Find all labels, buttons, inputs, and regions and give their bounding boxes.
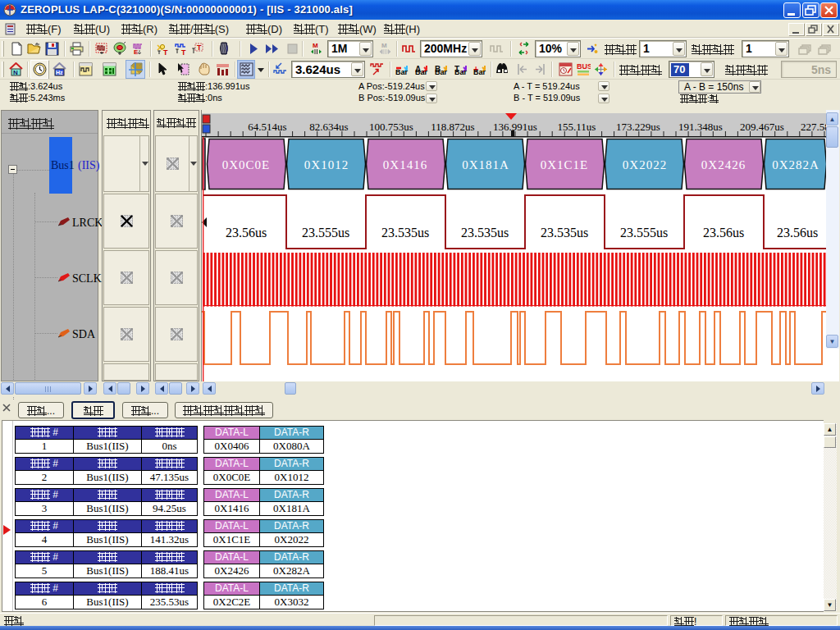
svg-text:100.753us: 100.753us: [369, 121, 413, 133]
svg-text:0X1416: 0X1416: [383, 158, 427, 171]
svg-text:BUS: BUS: [577, 62, 591, 71]
svg-text:82.634us: 82.634us: [309, 121, 348, 133]
svg-text:T: T: [181, 48, 186, 56]
svg-text:118.872us: 118.872us: [431, 121, 474, 133]
svg-text:173.229us: 173.229us: [616, 121, 660, 133]
svg-text:23.56us: 23.56us: [703, 226, 744, 240]
svg-text:Hz: Hz: [56, 70, 63, 75]
svg-text:23.555us: 23.555us: [620, 226, 668, 240]
svg-text:23.56us: 23.56us: [777, 226, 818, 240]
svg-text:0X181A: 0X181A: [462, 158, 509, 171]
svg-text:M: M: [381, 42, 387, 49]
svg-text:E: E: [134, 48, 139, 56]
svg-text:23.56us: 23.56us: [226, 226, 267, 240]
svg-text:23.535us: 23.535us: [381, 226, 429, 240]
svg-text:136.991us: 136.991us: [493, 121, 537, 133]
svg-text:23.535us: 23.535us: [541, 226, 588, 240]
svg-text:23.535us: 23.535us: [461, 226, 509, 240]
svg-text:T: T: [197, 43, 202, 52]
svg-text:M: M: [313, 42, 318, 49]
svg-text:0X2426: 0X2426: [701, 158, 746, 171]
svg-text:N: N: [13, 69, 18, 76]
svg-text:T: T: [163, 48, 168, 56]
svg-text:227.586us: 227.586us: [801, 121, 827, 133]
svg-text:0X1012: 0X1012: [304, 158, 349, 171]
svg-text:191.348us: 191.348us: [678, 121, 723, 133]
svg-text:23.555us: 23.555us: [302, 226, 349, 240]
svg-text:0X1C1E: 0X1C1E: [541, 158, 589, 171]
svg-text:0X0C0E: 0X0C0E: [222, 158, 271, 171]
svg-text:0X2022: 0X2022: [623, 158, 667, 171]
svg-text:0X282A: 0X282A: [772, 158, 819, 171]
svg-text:155.11us: 155.11us: [558, 121, 596, 133]
svg-text:209.467us: 209.467us: [740, 121, 784, 133]
svg-text:64.514us: 64.514us: [248, 121, 286, 133]
